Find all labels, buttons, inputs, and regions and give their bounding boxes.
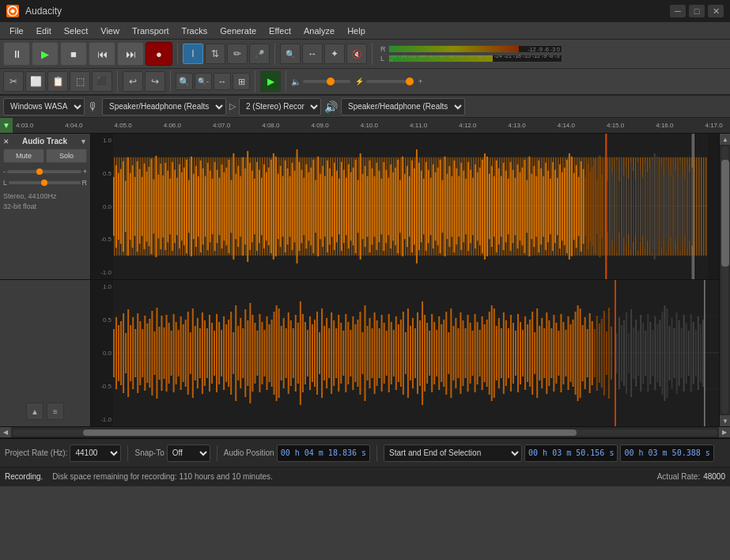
vscroll-track[interactable] — [721, 146, 728, 414]
svg-rect-442 — [546, 312, 547, 394]
solo-button[interactable]: Solo — [46, 149, 87, 163]
svg-rect-163 — [475, 165, 476, 248]
tracks-with-scroll: ✕ Audio Track ▼ Mute Solo - — [0, 134, 730, 437]
zoom-in-button[interactable]: 🔍 — [176, 73, 193, 90]
svg-rect-479 — [637, 331, 639, 376]
timeline-arrow[interactable]: ▼ — [0, 118, 13, 134]
menu-analyze[interactable]: Analyze — [297, 25, 341, 37]
svg-rect-501 — [690, 314, 692, 392]
menu-edit[interactable]: Edit — [30, 25, 58, 37]
vscroll-up[interactable]: ▲ — [720, 134, 730, 145]
vertical-scrollbar[interactable]: ▲ ▼ — [719, 134, 730, 426]
input-device-select[interactable]: Speaker/Headphone (Realts — [341, 98, 465, 115]
minimize-button[interactable]: ─ — [670, 5, 686, 17]
svg-rect-137 — [414, 168, 415, 244]
vscroll-down[interactable]: ▼ — [720, 415, 730, 426]
mute-button[interactable]: Mute — [3, 149, 44, 163]
svg-rect-66 — [247, 151, 248, 262]
playback-speed-slider[interactable] — [366, 80, 414, 83]
speaker-icon[interactable]: 🔊 — [324, 100, 338, 113]
svg-rect-344 — [312, 324, 313, 382]
snap-to-group: Snap-To Off — [134, 445, 210, 462]
prev-button[interactable]: ⏮ — [89, 42, 115, 66]
hscroll-left[interactable]: ◀ — [0, 427, 11, 438]
multi-tool[interactable]: ↔ — [302, 44, 323, 64]
menu-select[interactable]: Select — [58, 25, 95, 37]
copy-tool[interactable]: ⬜ — [25, 71, 46, 92]
track-close-btn[interactable]: ✕ — [3, 138, 9, 146]
channel-select[interactable]: 2 (Stereo) Recor — [239, 98, 321, 115]
paste-tool[interactable]: 📋 — [47, 71, 68, 92]
pan-slider-group: L R — [3, 179, 87, 187]
fit-sel-button[interactable]: ↔ — [214, 73, 231, 90]
svg-rect-328 — [274, 312, 275, 395]
cut-tool[interactable]: ✂ — [3, 71, 24, 92]
draw-tool[interactable]: ✏ — [227, 44, 248, 64]
stop-button[interactable]: ■ — [60, 42, 87, 66]
svg-rect-290 — [183, 324, 184, 382]
track-up-button[interactable]: ▲ — [26, 403, 43, 420]
top-waveform-area[interactable]: 1.0 0.5 0.0 -0.5 -1.0 — [91, 134, 719, 279]
bottom-waveform-area[interactable]: 1.0 0.5 0.0 -0.5 -1.0 — [91, 280, 719, 426]
mic-tool[interactable]: 🎤 — [249, 44, 270, 64]
output-volume-slider[interactable] — [303, 80, 350, 83]
snap-to-select[interactable]: Off — [167, 445, 210, 462]
maximize-button[interactable]: □ — [689, 5, 705, 17]
silence-btn[interactable]: ⬛ — [92, 71, 112, 92]
close-button[interactable]: ✕ — [708, 5, 724, 17]
hscroll-right[interactable]: ▶ — [719, 427, 730, 438]
track-collapse-btn[interactable]: ▼ — [80, 138, 87, 146]
zoom-out-button[interactable]: 🔍- — [195, 73, 212, 90]
next-button[interactable]: ⏭ — [117, 42, 144, 66]
mic-icon[interactable]: 🎙 — [88, 100, 99, 113]
svg-rect-444 — [550, 328, 552, 378]
play-button[interactable]: ▶ — [32, 42, 59, 66]
fit-proj-button[interactable]: ⊞ — [233, 73, 250, 90]
svg-rect-483 — [647, 314, 649, 392]
hscroll-track[interactable] — [13, 429, 717, 436]
svg-rect-251 — [684, 178, 686, 236]
svg-rect-389 — [419, 320, 421, 386]
horizontal-scrollbar[interactable]: ◀ ▶ — [0, 426, 730, 437]
svg-rect-282 — [163, 327, 165, 379]
zoom-in-tool[interactable]: 🔍 — [280, 44, 301, 64]
svg-rect-178 — [510, 162, 512, 251]
redo-button[interactable]: ↪ — [145, 71, 165, 92]
menu-tracks[interactable]: Tracks — [176, 25, 214, 37]
silence-tool[interactable]: 🔇 — [346, 44, 367, 64]
svg-rect-153 — [451, 176, 452, 237]
svg-rect-480 — [640, 315, 641, 392]
star-tool[interactable]: ✦ — [324, 44, 345, 64]
svg-rect-145 — [433, 165, 434, 248]
undo-button[interactable]: ↩ — [123, 71, 143, 92]
menu-file[interactable]: File — [3, 25, 30, 37]
menu-view[interactable]: View — [94, 25, 126, 37]
host-select[interactable]: Windows WASА — [3, 98, 85, 115]
audio-position-display[interactable]: 00 h 04 m 18.836 s — [277, 445, 370, 462]
svg-rect-33 — [169, 179, 171, 235]
sel-start-display[interactable]: 00 h 03 m 50.156 s — [524, 445, 618, 462]
output-device-select[interactable]: Speaker/Headphone (Realts — [102, 98, 226, 115]
gain-slider[interactable] — [7, 170, 81, 173]
timeline-marks-container[interactable]: 4:03.0 4:04.0 4:05.0 4:06.0 4:07.0 4:08.… — [13, 118, 730, 134]
project-rate-select[interactable]: 44100 — [70, 445, 121, 462]
menu-generate[interactable]: Generate — [214, 25, 263, 37]
pan-slider[interactable] — [9, 181, 80, 184]
track-menu-button[interactable]: ≡ — [47, 403, 64, 420]
play-green-button[interactable]: ▶ — [260, 71, 281, 92]
svg-rect-446 — [555, 323, 557, 384]
sel-end-display[interactable]: 00 h 03 m 50.388 s — [620, 445, 713, 462]
menu-help[interactable]: Help — [341, 25, 372, 37]
trim-tool[interactable]: ⬚ — [70, 71, 90, 92]
menu-effect[interactable]: Effect — [263, 25, 297, 37]
pause-button[interactable]: ⏸ — [3, 42, 30, 66]
record-button[interactable]: ● — [146, 42, 172, 66]
selection-type-select[interactable]: Start and End of Selection — [384, 445, 522, 462]
selection-tool[interactable]: I — [183, 44, 203, 64]
envelope-tool[interactable]: ⇅ — [205, 44, 225, 64]
svg-rect-88 — [299, 162, 301, 251]
menu-transport[interactable]: Transport — [126, 25, 176, 37]
svg-rect-360 — [350, 330, 351, 376]
mark-4: 4:07.0 — [213, 122, 230, 129]
svg-rect-270 — [134, 329, 136, 377]
